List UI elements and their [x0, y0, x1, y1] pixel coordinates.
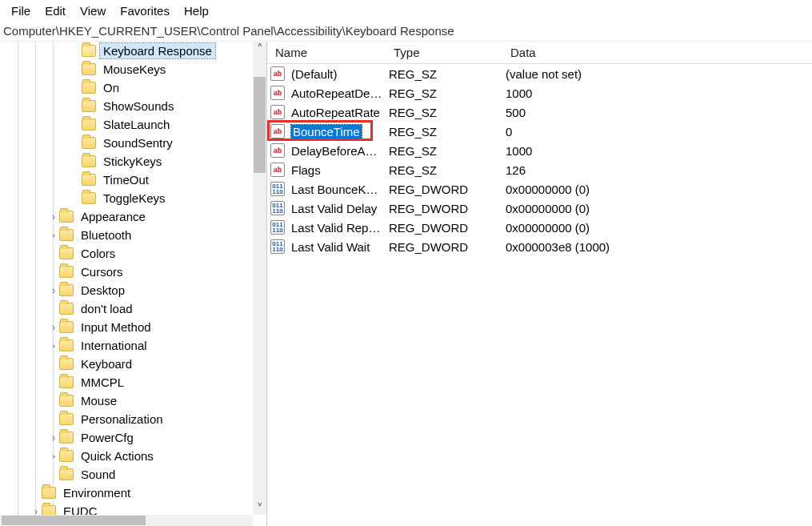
value-name[interactable]: (Default)	[288, 66, 386, 82]
tree-item[interactable]: ›StickyKeys	[0, 152, 253, 171]
list-row[interactable]: abAutoRepeatDelayREG_SZ1000	[267, 83, 812, 102]
tree-label[interactable]: Sound	[78, 467, 118, 482]
tree-item[interactable]: ›PowerCfg	[0, 428, 253, 447]
value-name[interactable]: Last Valid Repeat	[288, 220, 386, 235]
tree-item[interactable]: ›Cursors	[0, 263, 253, 281]
tree-label[interactable]: MMCPL	[78, 375, 127, 390]
tree-item[interactable]: ›Quick Actions	[0, 447, 253, 465]
tree-label[interactable]: SlateLaunch	[100, 117, 173, 132]
tree-label[interactable]: Personalization	[78, 412, 166, 427]
tree-item[interactable]: ›EUDC	[0, 502, 253, 515]
list-row[interactable]: abBounceTimeREG_SZ0	[267, 122, 812, 141]
tree-label[interactable]: Appearance	[78, 209, 149, 224]
tree-label[interactable]: Cursors	[78, 264, 126, 279]
value-name[interactable]: Flags	[288, 163, 386, 178]
tree-label[interactable]: Colors	[78, 246, 118, 261]
menu-item-file[interactable]: File	[5, 3, 37, 18]
menu-item-edit[interactable]: Edit	[38, 3, 72, 18]
tree-item[interactable]: ›Keyboard	[0, 355, 253, 373]
tree-label[interactable]: Input Method	[78, 319, 154, 335]
tree-label[interactable]: Desktop	[78, 283, 128, 298]
tree-label[interactable]: Bluetooth	[78, 227, 134, 243]
tree-label[interactable]: TimeOut	[100, 172, 152, 187]
tree-label[interactable]: MouseKeys	[100, 62, 169, 77]
tree-item[interactable]: ›SoundSentry	[0, 134, 253, 152]
menu-item-view[interactable]: View	[74, 3, 112, 18]
value-name[interactable]: Last BounceKey ...	[288, 182, 386, 197]
tree-item[interactable]: ›Personalization	[0, 410, 253, 428]
column-header-data[interactable]: Data	[506, 42, 812, 62]
tree-item[interactable]: ›ShowSounds	[0, 97, 253, 115]
tree-item[interactable]: ›Keyboard Response	[0, 42, 253, 60]
tree-item[interactable]: ›On	[0, 78, 253, 97]
expander-icon[interactable]: ›	[48, 211, 59, 223]
tree-label[interactable]: EUDC	[60, 504, 101, 515]
tree-item[interactable]: ›ToggleKeys	[0, 189, 253, 207]
list-row[interactable]: ab(Default)REG_SZ(value not set)	[267, 64, 812, 83]
hscroll-thumb[interactable]	[2, 516, 146, 525]
column-header-type[interactable]: Type	[389, 42, 506, 62]
menu-item-favorites[interactable]: Favorites	[114, 3, 176, 18]
tree-label[interactable]: don't load	[78, 301, 136, 316]
tree-item[interactable]: ›Appearance	[0, 207, 253, 226]
expander-icon[interactable]: ›	[48, 340, 59, 351]
list-row[interactable]: abAutoRepeatRateREG_SZ500	[267, 102, 812, 122]
expander-icon[interactable]: ›	[48, 285, 59, 296]
scroll-up-icon[interactable]: ˄	[253, 42, 266, 55]
value-name[interactable]: Last Valid Delay	[288, 201, 386, 216]
tree-label[interactable]: Quick Actions	[78, 448, 157, 464]
tree-label[interactable]: StickyKeys	[100, 154, 165, 169]
list-row[interactable]: 011110Last Valid RepeatREG_DWORD0x000000…	[267, 218, 812, 237]
tree-item[interactable]: ›SlateLaunch	[0, 115, 253, 134]
tree-label[interactable]: Keyboard Response	[100, 43, 215, 58]
tree-item[interactable]: ›Environment	[0, 484, 253, 502]
tree-body[interactable]: ›Keyboard Response›MouseKeys›On›ShowSoun…	[0, 42, 253, 515]
column-header-name[interactable]: Name	[270, 42, 389, 62]
tree-item[interactable]: ›Input Method	[0, 318, 253, 336]
tree-label[interactable]: ShowSounds	[100, 98, 177, 114]
expander-icon[interactable]: ›	[48, 432, 59, 444]
tree-label[interactable]: SoundSentry	[100, 135, 176, 151]
list-rows[interactable]: ab(Default)REG_SZ(value not set)abAutoRe…	[267, 64, 812, 256]
list-row[interactable]: abDelayBeforeAcc...REG_SZ1000	[267, 141, 812, 160]
value-name[interactable]: AutoRepeatRate	[288, 105, 386, 120]
expander-icon[interactable]: ›	[48, 322, 59, 333]
tree-item[interactable]: ›International	[0, 336, 253, 355]
tree-item[interactable]: ›Mouse	[0, 391, 253, 410]
tree-item[interactable]: ›Colors	[0, 244, 253, 263]
tree-label[interactable]: Mouse	[78, 393, 120, 408]
menu-item-help[interactable]: Help	[178, 3, 215, 18]
address-bar[interactable]: Computer\HKEY_CURRENT_USER\Control Panel…	[0, 21, 812, 42]
list-header[interactable]: Name Type Data	[267, 42, 812, 64]
list-row[interactable]: 011110Last Valid DelayREG_DWORD0x0000000…	[267, 199, 812, 218]
tree-label[interactable]: PowerCfg	[78, 430, 137, 445]
tree-label[interactable]: Environment	[60, 485, 134, 500]
value-name[interactable]: DelayBeforeAcc...	[288, 143, 386, 159]
list-row[interactable]: abFlagsREG_SZ126	[267, 160, 812, 179]
folder-icon	[42, 487, 56, 499]
tree-item[interactable]: ›Bluetooth	[0, 226, 253, 244]
expander-icon[interactable]: ›	[30, 506, 42, 516]
tree-label[interactable]: ToggleKeys	[100, 191, 169, 206]
tree-item[interactable]: ›Sound	[0, 465, 253, 484]
scroll-thumb[interactable]	[254, 77, 266, 173]
list-row[interactable]: 011110Last BounceKey ...REG_DWORD0x00000…	[267, 179, 812, 199]
tree-item[interactable]: ›MouseKeys	[0, 60, 253, 78]
scroll-down-icon[interactable]: ˅	[253, 501, 266, 515]
tree-label[interactable]: Keyboard	[78, 356, 135, 371]
tree-item[interactable]: ›Desktop	[0, 281, 253, 299]
tree-item[interactable]: ›MMCPL	[0, 373, 253, 391]
tree-horizontal-scrollbar[interactable]	[0, 515, 253, 526]
tree-label[interactable]: International	[78, 338, 150, 353]
tree-item[interactable]: ›TimeOut	[0, 171, 253, 189]
expander-icon[interactable]: ›	[48, 451, 59, 462]
content-area: ›Keyboard Response›MouseKeys›On›ShowSoun…	[0, 42, 812, 526]
list-row[interactable]: 011110Last Valid WaitREG_DWORD0x000003e8…	[267, 237, 812, 256]
value-name[interactable]: Last Valid Wait	[288, 239, 386, 255]
value-name[interactable]: AutoRepeatDelay	[288, 86, 386, 101]
tree-item[interactable]: ›don't load	[0, 299, 253, 318]
tree-vertical-scrollbar[interactable]: ˄ ˅	[253, 42, 266, 515]
value-name[interactable]: BounceTime	[288, 124, 386, 139]
expander-icon[interactable]: ›	[48, 230, 59, 241]
tree-label[interactable]: On	[100, 80, 122, 95]
